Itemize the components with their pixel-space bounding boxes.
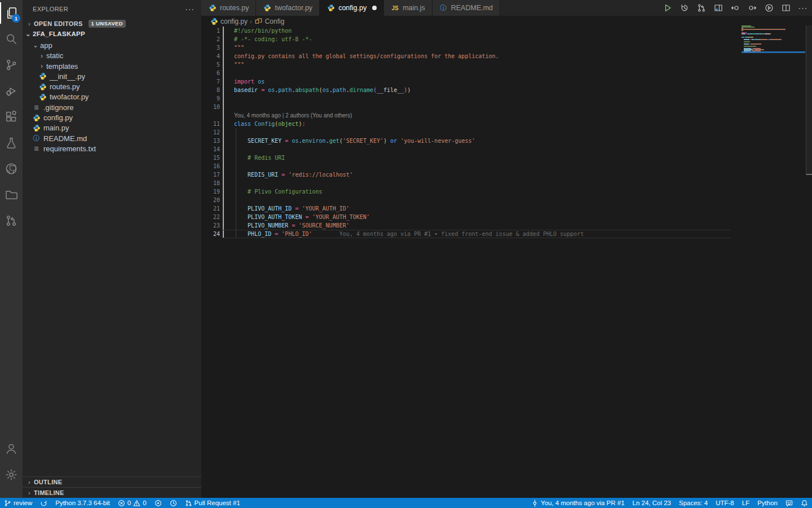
status-label: You, 4 months ago via PR #1 [541,500,625,506]
status-feedback[interactable] [782,498,797,508]
breadcrumb-separator: › [250,18,252,25]
accounts-icon[interactable] [0,436,23,462]
line-number: 12 [201,128,220,137]
minimap[interactable] [742,25,805,65]
textlines-file-icon: ≣ [32,103,41,112]
status-notifications[interactable] [797,498,812,508]
code-line-3: 3""" [201,43,812,52]
testing-icon[interactable] [0,130,23,156]
status-python-interpreter[interactable]: Python 3.7.3 64-bit [51,498,114,508]
file-label: routes.py [50,82,80,91]
python-icon [210,17,218,25]
chevron-right-icon: › [25,20,34,27]
github-icon[interactable] [0,156,23,182]
file-label: README.md [43,134,87,143]
line-number: 14 [201,145,220,154]
tab-routes-py[interactable]: routes.py [201,0,256,16]
tree-item-static[interactable]: ›static [23,51,201,61]
status-eol[interactable]: LF [738,498,753,508]
status-indentation[interactable]: Spaces: 4 [675,498,712,508]
open-changes-icon[interactable] [713,2,724,14]
tree-item-root[interactable]: ⌄ 2FA_FLASKAPP [23,29,201,39]
chevron-right-icon: › [38,52,45,60]
tree-item-config-py[interactable]: config.py [23,112,201,122]
explorer-icon[interactable]: 1 [0,0,23,26]
python-file-icon [263,4,271,12]
github-pull-requests-icon[interactable] [0,208,23,234]
unsaved-badge: 1 UNSAVED [89,20,126,28]
status-time-status[interactable] [166,498,181,508]
symbol-class-icon [254,17,263,25]
more-actions-icon[interactable]: ··· [797,2,809,14]
activity-bar: 1 [0,0,23,498]
open-editors-section[interactable]: › OPEN EDITORS 1 UNSAVED [23,18,201,29]
remote-explorer-icon[interactable] [0,182,23,208]
status-bar-left: reviewPython 3.7.3 64-bit00Pull Request … [0,498,244,508]
breadcrumb-item-config[interactable]: Config [254,17,285,25]
status-problems[interactable]: 00 [114,498,151,508]
section-timeline[interactable]: ›TIMELINE [23,487,201,498]
open-pull-request-icon[interactable] [696,2,707,14]
tab-readme-md[interactable]: ⓘREADME.md [433,0,500,16]
section-outline[interactable]: ›OUTLINE [23,476,201,487]
sidebar-header: EXPLORER ··· [23,0,201,18]
status-encoding[interactable]: UTF-8 [712,498,738,508]
activity-bar-bottom [0,436,23,488]
code-line-4: 4config.py contains all the global setti… [201,52,812,60]
code-line-1: 1#!/usr/bin/python [201,27,812,35]
extensions-icon[interactable] [0,104,23,130]
tree-item-routes-py[interactable]: routes.py [23,81,201,91]
tree-item-twofactor-py[interactable]: twofactor.py [23,92,201,102]
source-control-icon[interactable] [0,52,23,78]
settings-icon[interactable] [0,462,23,488]
tab-twofactor-py[interactable]: twofactor.py [256,0,320,16]
status-cursor-position[interactable]: Ln 24, Col 23 [629,498,675,508]
tab-config-py[interactable]: config.py [320,0,384,16]
file-label: requirements.txt [43,144,96,153]
more-actions-icon[interactable]: ··· [185,5,195,14]
status-linter-status[interactable] [151,498,166,508]
status-sync[interactable] [36,498,51,508]
root-folder-label: 2FA_FLASKAPP [33,30,85,37]
activity-bar-top: 1 [0,0,23,234]
code-line-8: 8basedir = os.path.abspath(os.path.dirna… [201,86,812,94]
status-label: 0 [143,500,146,506]
code-line-24: 24 PHLO_ID = 'PHLO_ID' You, 4 months ago… [201,230,812,238]
tree-item--gitignore[interactable]: ≣.gitignore [23,102,201,112]
scrollbar[interactable] [806,25,812,175]
tree-item-readme-md[interactable]: ⓘREADME.md [23,133,201,143]
open-editors-label: OPEN EDITORS [34,20,83,27]
file-history-icon[interactable] [679,2,690,14]
tree-item-templates[interactable]: ›templates [23,61,201,71]
next-change-icon[interactable] [747,2,758,14]
tree-item-requirements-txt[interactable]: ≣requirements.txt [23,143,201,154]
run-and-debug-icon[interactable] [0,78,23,104]
search-icon[interactable] [0,26,23,52]
code-line-12: 12 [201,128,812,137]
split-editor-icon[interactable] [780,2,792,14]
breadcrumb-item-config.py[interactable]: config.py [210,17,248,25]
status-pull-request[interactable]: Pull Request #1 [181,498,244,508]
tree-item--init-py[interactable]: __init__.py [23,71,201,81]
tab-main-js[interactable]: JSmain.js [384,0,433,16]
status-label: review [14,500,32,506]
status-language-mode[interactable]: Python [753,498,782,508]
codelens-annotation[interactable]: You, 4 months ago | 2 authors (You and o… [201,111,812,120]
tree-item-app[interactable]: ⌄app [23,40,201,50]
status-gitlens-blame[interactable]: You, 4 months ago via PR #1 [527,498,629,508]
code-editor[interactable]: 1#!/usr/bin/python2# -*- coding: utf-8 -… [201,27,812,498]
file-label: main.py [43,124,69,132]
line-number: 18 [201,179,220,187]
tree-item-main-py[interactable]: main.py [23,123,201,133]
status-label: Pull Request #1 [195,500,240,506]
line-number: 8 [201,86,220,94]
line-number: 1 [201,27,220,35]
status-git-branch[interactable]: review [0,498,36,508]
status-bar: reviewPython 3.7.3 64-bit00Pull Request … [0,498,812,508]
open-on-remote-icon[interactable] [764,2,775,14]
run-python-file-icon[interactable] [662,2,673,14]
unsaved-dot-icon[interactable] [372,6,377,10]
previous-change-icon[interactable] [730,2,741,14]
code-line-14: 14 [201,145,812,154]
explorer-badge: 1 [12,14,20,23]
